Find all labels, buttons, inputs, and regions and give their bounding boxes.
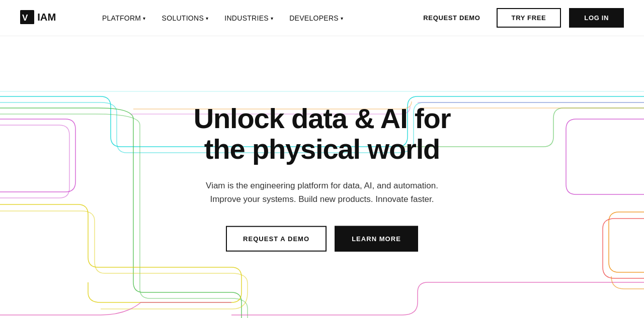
- nav-actions: REQUEST DEMO TRY FREE LOG IN: [415, 8, 624, 28]
- log-in-button[interactable]: LOG IN: [569, 8, 624, 28]
- chevron-down-icon: ▾: [206, 16, 208, 21]
- hero-content: Unlock data & AI for the physical world …: [171, 102, 473, 252]
- nav-platform[interactable]: PLATFORM ▾: [95, 10, 153, 26]
- nav-links: PLATFORM ▾ SOLUTIONS ▾ INDUSTRIES ▾ DEVE…: [95, 10, 415, 26]
- hero-learn-more-button[interactable]: LEARN MORE: [335, 226, 418, 252]
- chevron-down-icon: ▾: [341, 16, 343, 21]
- logo[interactable]: V IAM: [20, 10, 75, 26]
- hero-section: Unlock data & AI for the physical world …: [0, 36, 644, 318]
- navbar: V IAM PLATFORM ▾ SOLUTIONS ▾ INDUSTRIES …: [0, 0, 644, 36]
- hero-title: Unlock data & AI for the physical world: [171, 102, 473, 164]
- nav-developers[interactable]: DEVELOPERS ▾: [282, 10, 350, 26]
- nav-industries[interactable]: INDUSTRIES ▾: [217, 10, 280, 26]
- try-free-button[interactable]: TRY FREE: [497, 8, 561, 28]
- request-demo-button[interactable]: REQUEST DEMO: [415, 10, 488, 26]
- hero-request-demo-button[interactable]: REQUEST A DEMO: [226, 226, 327, 252]
- hero-subtitle: Viam is the engineering platform for dat…: [171, 178, 473, 205]
- svg-text:V: V: [22, 13, 28, 22]
- chevron-down-icon: ▾: [143, 16, 145, 21]
- svg-text:IAM: IAM: [37, 11, 56, 22]
- chevron-down-icon: ▾: [271, 16, 273, 21]
- nav-solutions[interactable]: SOLUTIONS ▾: [155, 10, 216, 26]
- hero-buttons: REQUEST A DEMO LEARN MORE: [171, 226, 473, 252]
